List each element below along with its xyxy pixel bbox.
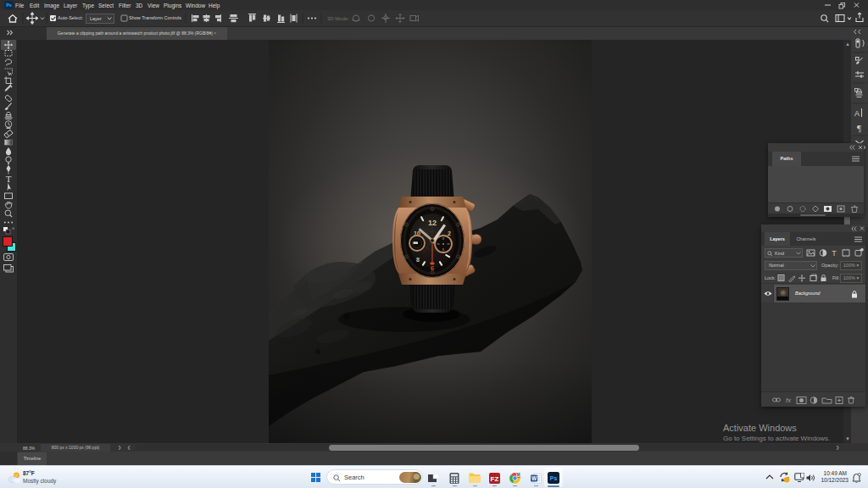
svg-text:A: A (854, 109, 860, 118)
svg-text:T: T (832, 249, 837, 258)
svg-text:2: 2 (448, 230, 451, 236)
svg-text:fx: fx (786, 396, 791, 404)
svg-text:6: 6 (431, 264, 435, 272)
svg-text:Ps: Ps (550, 475, 558, 481)
svg-text:T: T (6, 174, 12, 184)
svg-text:W: W (531, 474, 537, 480)
svg-text:M: M (517, 473, 520, 477)
svg-text:3D Mode:: 3D Mode: (327, 16, 349, 21)
svg-text:FZ: FZ (491, 474, 499, 482)
svg-text:¶: ¶ (857, 123, 861, 133)
svg-text:12: 12 (428, 219, 437, 227)
svg-text:8: 8 (416, 257, 420, 263)
